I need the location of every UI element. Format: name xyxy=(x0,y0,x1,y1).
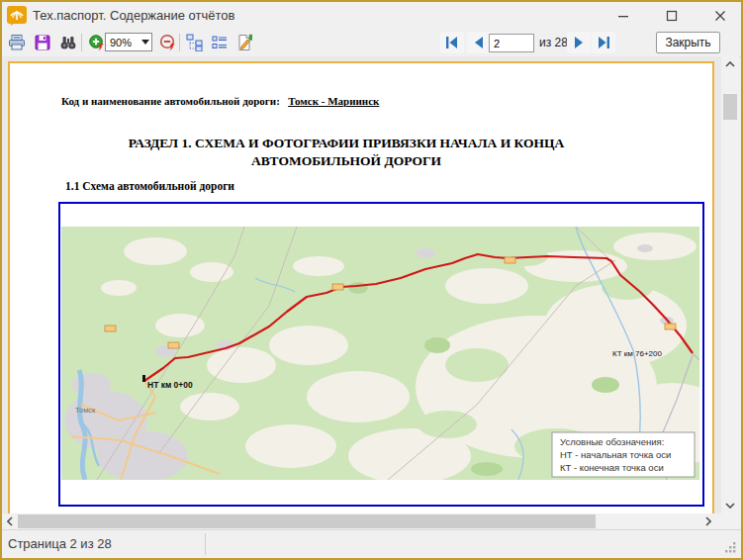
list-icon xyxy=(211,34,229,51)
horizontal-scroll-thumb[interactable] xyxy=(18,514,596,528)
first-page-icon xyxy=(443,34,461,51)
print-button[interactable] xyxy=(6,32,28,53)
scroll-up-button[interactable] xyxy=(721,56,739,72)
save-button[interactable] xyxy=(32,32,53,53)
app-icon xyxy=(7,6,27,26)
search-button[interactable] xyxy=(57,32,79,53)
app-window: Тех.паспорт. Содержание отчётов xyxy=(0,0,743,560)
chevron-left-icon xyxy=(7,516,13,526)
zoom-out-icon xyxy=(159,34,177,51)
section-title: РАЗДЕЛ 1. СХЕМА И ФОТОГРАФИИ ПРИВЯЗКИ НА… xyxy=(49,135,643,170)
section-title-line1: РАЗДЕЛ 1. СХЕМА И ФОТОГРАФИИ ПРИВЯЗКИ НА… xyxy=(49,135,643,152)
legend-title: Условные обозначения: xyxy=(560,436,664,447)
scrollbar-corner xyxy=(721,513,739,529)
previous-page-button[interactable] xyxy=(467,32,491,53)
route-start-label: НТ км 0+00 xyxy=(147,380,193,390)
map-frame: НТ км 0+00 КТ км 76+200 Томск Условные о… xyxy=(58,202,704,507)
maximize-button[interactable] xyxy=(655,4,689,28)
binoculars-icon xyxy=(59,34,77,51)
legend-end-line: КТ - конечная точка оси xyxy=(560,462,664,473)
section-title-line2: АВТОМОБИЛЬНОЙ ДОРОГИ xyxy=(49,152,643,170)
window-title: Тех.паспорт. Содержание отчётов xyxy=(33,8,234,23)
road-code-label: Код и наименование автомобильной дороги: xyxy=(61,95,280,107)
statusbar: Страница 2 из 28 xyxy=(2,529,741,558)
printer-icon xyxy=(8,34,26,51)
chevron-down-icon[interactable] xyxy=(139,34,151,50)
zoom-value: 90% xyxy=(106,37,139,48)
first-page-button[interactable] xyxy=(440,32,464,53)
minimize-button[interactable] xyxy=(606,4,640,28)
report-page: Код и наименование автомобильной дороги:… xyxy=(8,61,714,513)
city-label: Томск xyxy=(75,406,96,415)
resize-grip[interactable] xyxy=(724,541,737,554)
tree-icon xyxy=(186,34,204,51)
road-map: НТ км 0+00 КТ км 76+200 Томск Условные о… xyxy=(61,227,699,480)
route-end-label: КТ км 76+200 xyxy=(612,349,662,358)
titlebar: Тех.паспорт. Содержание отчётов xyxy=(2,2,741,30)
horizontal-scrollbar[interactable] xyxy=(2,513,721,529)
status-page-text: Страница 2 из 28 xyxy=(8,536,112,551)
edit-page-button[interactable] xyxy=(233,32,255,53)
previous-page-icon xyxy=(470,34,488,51)
toolbar-separator xyxy=(179,34,180,51)
next-page-icon xyxy=(570,34,588,51)
route-start-marker xyxy=(142,375,145,382)
zoom-combobox[interactable]: 90% xyxy=(105,33,152,51)
toolbar: 90% xyxy=(2,30,741,57)
scroll-right-button[interactable] xyxy=(700,513,716,529)
last-page-icon xyxy=(595,34,612,51)
chevron-right-icon xyxy=(705,516,711,526)
pages-total-label: из 28 xyxy=(539,30,568,56)
map-legend: Условные обозначения: НТ - начальная точ… xyxy=(552,432,695,477)
vertical-scrollbar[interactable] xyxy=(721,56,739,513)
page-number-input[interactable] xyxy=(489,34,534,52)
chevron-down-icon xyxy=(725,503,735,509)
preview-area: Код и наименование автомобильной дороги:… xyxy=(2,56,721,513)
maximize-icon xyxy=(666,10,678,22)
road-code-value: Томск - Мариинск xyxy=(288,95,379,107)
chevron-up-icon xyxy=(725,61,735,67)
last-page-button[interactable] xyxy=(592,32,615,53)
legend-start-line: НТ - начальная точка оси xyxy=(560,449,671,460)
road-code-line: Код и наименование автомобильной дороги:… xyxy=(61,95,379,107)
save-icon xyxy=(34,34,51,51)
zoom-out-button[interactable] xyxy=(157,32,179,53)
report-structure-button[interactable] xyxy=(184,32,206,53)
scroll-left-button[interactable] xyxy=(2,513,18,529)
page-edit-icon xyxy=(235,34,253,51)
statusbar-divider xyxy=(205,533,206,555)
subsection-title: 1.1 Схема автомобильной дороги xyxy=(65,180,234,192)
close-report-button[interactable]: Закрыть xyxy=(656,32,720,53)
minimize-icon xyxy=(617,10,629,22)
zoom-in-icon xyxy=(88,34,106,51)
report-list-button[interactable] xyxy=(209,32,231,53)
next-page-button[interactable] xyxy=(567,32,591,53)
toolbar-separator xyxy=(81,34,82,51)
scroll-down-button[interactable] xyxy=(721,498,739,513)
close-icon xyxy=(714,10,726,22)
vertical-scroll-thumb[interactable] xyxy=(723,94,737,120)
close-window-button[interactable] xyxy=(703,4,737,28)
